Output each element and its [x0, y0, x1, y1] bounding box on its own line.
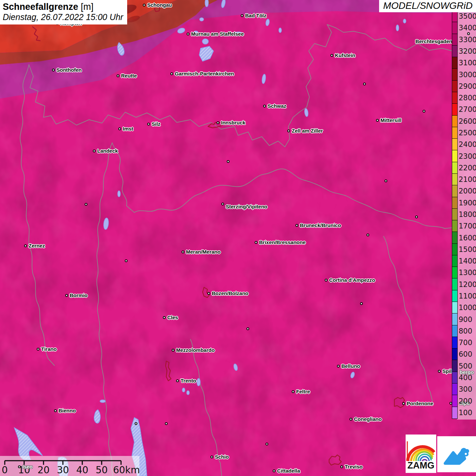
colorbar-tick-2500: 2500 — [459, 129, 476, 137]
colorbar-cell-1300 — [452, 267, 457, 278]
colorbar-tick-100: 100 — [459, 409, 472, 417]
title-unit: [m] — [81, 2, 94, 12]
city-dot — [170, 72, 173, 75]
city-label: Sonthofen — [56, 67, 82, 73]
colorbar-tick-1200: 1200 — [459, 280, 476, 289]
city-dot — [340, 465, 343, 468]
colorbar-tick-1400: 1400 — [459, 257, 476, 265]
city-dot — [143, 4, 146, 6]
city-label: Murnau am Staffelsee — [191, 31, 244, 37]
mountain-cloud-icon — [443, 443, 470, 465]
colorbar-tick-1800: 1800 — [459, 210, 476, 219]
colorbar-cell-100 — [452, 407, 457, 419]
city-dot — [330, 54, 333, 57]
scalebar-label-60km: 60km — [113, 464, 140, 476]
colorbar-tick-2200: 2200 — [459, 164, 476, 172]
colorbar-cell-2800 — [452, 92, 457, 104]
city-label: Kufstein — [335, 52, 355, 58]
city-label: Berchtesgaden — [415, 38, 452, 44]
colorbar-tick-3400: 3400 — [459, 24, 476, 32]
city-dot — [165, 422, 168, 425]
model-label: MODEL/SNOWGRiD — [379, 0, 476, 12]
city-dot — [376, 119, 379, 122]
colorbar-tick-1500: 1500 — [459, 245, 476, 254]
colorbar-cell-2000 — [452, 185, 457, 197]
colorbar-cell-2300 — [452, 150, 457, 162]
colorbar-labels: 3500340033003200310030002900280027002600… — [459, 10, 476, 419]
colorbar-tick-2000: 2000 — [459, 187, 476, 195]
city-label: Innsbruck — [221, 120, 245, 125]
city-label: Mittersill — [380, 117, 402, 123]
zamg-rainbow-icon — [406, 435, 436, 462]
colorbar-cell-2900 — [452, 81, 457, 92]
city-dot — [117, 74, 119, 77]
city-label: Meran/Merano — [186, 249, 221, 255]
city-dot — [147, 123, 150, 125]
colorbar-tick-1700: 1700 — [459, 222, 476, 230]
zamg-logo: ZAMG — [406, 435, 436, 473]
colorbar-cell-700 — [452, 337, 457, 348]
colorbar-cell-200 — [452, 395, 457, 407]
city-dot — [360, 302, 363, 305]
colorbar-cell-1500 — [452, 244, 457, 255]
colorbar-cell-1800 — [452, 209, 457, 220]
city-label: Bad Tölz — [245, 13, 267, 18]
city-dot — [367, 234, 369, 236]
colorbar-tick-1600: 1600 — [459, 234, 476, 242]
city-dot — [163, 316, 166, 319]
city-dot — [295, 224, 298, 227]
city-dot — [172, 349, 174, 352]
colorbar-cell-3100 — [452, 57, 457, 69]
city-dot — [182, 251, 184, 253]
city-label: Zernez — [29, 243, 45, 249]
city-dot — [423, 110, 425, 113]
city-dot — [37, 348, 39, 351]
colorbar-tick-1000: 1000 — [459, 304, 476, 312]
colorbar-cell-800 — [452, 325, 457, 337]
city-label: Conegliano — [354, 416, 382, 422]
city-label: Bruneck/Brunico — [300, 222, 341, 228]
city-dot — [438, 370, 441, 373]
city-label: Cittadella — [277, 468, 300, 474]
colorbar-cell-1200 — [452, 278, 457, 290]
title-datetime: Dienstag, 26.07.2022 15:00 Uhr — [3, 12, 123, 22]
city-label: Iseo — [22, 464, 33, 470]
city-label: Sterzing/Vipiteno — [226, 204, 267, 209]
snowgrid-map-screenshot: SchongauBad TölzKemptenMurnau am Staffel… — [0, 0, 476, 476]
city-dot — [385, 180, 387, 182]
colorbar-cell-300 — [452, 384, 457, 395]
scalebar-label-0: 0 — [2, 464, 8, 476]
colorbar-tick-3100: 3100 — [459, 59, 476, 67]
city-label: Trento — [181, 378, 196, 384]
city-dot — [227, 160, 230, 163]
colorbar-cell-2400 — [452, 139, 457, 150]
colorbar-cell-3300 — [452, 34, 457, 46]
city-dot — [135, 422, 137, 425]
colorbar-tick-2300: 2300 — [459, 152, 476, 160]
city-label: Spili — [442, 368, 453, 374]
colorbar-cell-500 — [452, 360, 457, 372]
city-label: Tirano — [41, 346, 57, 352]
colorbar-tick-2800: 2800 — [459, 94, 476, 102]
city-label: Zell am Ziller — [292, 128, 323, 134]
page-title: Schneefallgrenze [m] — [3, 2, 123, 12]
colorbar-tick-1300: 1300 — [459, 269, 476, 277]
city-dot — [176, 379, 179, 382]
city-dot — [363, 83, 366, 85]
city-label: Schwaz — [268, 103, 286, 109]
city-dot — [337, 365, 340, 368]
city-dot — [247, 327, 249, 330]
colorbar-tick-2900: 2900 — [459, 82, 476, 90]
city-dot — [350, 418, 352, 421]
city-dot — [65, 294, 68, 297]
colorbar-cell-2700 — [452, 104, 457, 115]
colorbar-cell-1400 — [452, 255, 457, 267]
colorbar-tick-400: 400 — [459, 374, 472, 382]
city-label: Silz — [152, 121, 160, 127]
city-dot — [210, 456, 213, 458]
colorbar-tick-800: 800 — [459, 327, 472, 335]
colorbar-cell-3000 — [452, 69, 457, 80]
colorbar-cell-1000 — [452, 302, 457, 313]
colorbar-cell-3200 — [452, 46, 457, 57]
title-name: Schneefallgrenze — [3, 2, 78, 12]
